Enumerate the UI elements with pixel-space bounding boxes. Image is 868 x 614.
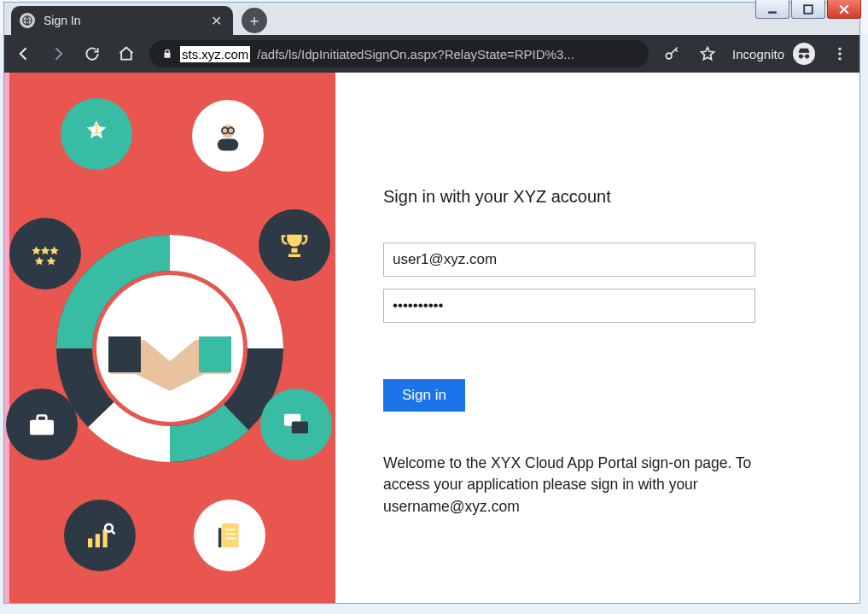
svg-rect-27 xyxy=(218,528,222,547)
svg-rect-0 xyxy=(768,11,777,13)
signin-button[interactable]: Sign in xyxy=(383,379,465,412)
home-button[interactable] xyxy=(115,43,137,65)
svg-point-5 xyxy=(838,52,841,55)
signin-heading: Sign in with your XYZ account xyxy=(383,187,812,207)
trophy-icon xyxy=(259,209,330,281)
handshake-ring-icon xyxy=(50,229,289,468)
browser-toolbar: sts.xyz.com /adfs/ls/IdpInitiatedSignOn.… xyxy=(4,35,859,73)
password-field[interactable] xyxy=(383,289,755,323)
analytics-icon xyxy=(64,500,136,571)
incognito-indicator: Incognito xyxy=(732,43,815,65)
url-host: sts.xyz.com xyxy=(180,46,250,62)
welcome-line-1: Welcome to the XYX Cloud App Portal sign… xyxy=(383,454,731,471)
signin-panel: Sign in with your XYZ account Sign in We… xyxy=(335,73,859,603)
svg-rect-17 xyxy=(292,422,308,434)
incognito-icon xyxy=(793,43,815,65)
svg-text:1: 1 xyxy=(93,122,101,137)
document-icon xyxy=(194,500,265,571)
tab-strip: Sign In ✕ ＋ xyxy=(4,3,859,35)
svg-rect-19 xyxy=(96,534,100,547)
svg-point-3 xyxy=(666,53,672,59)
medal-icon: 1 xyxy=(61,98,132,170)
key-icon[interactable] xyxy=(661,43,683,65)
star-icon[interactable] xyxy=(696,43,719,65)
svg-rect-1 xyxy=(804,5,813,14)
branding-illustration: 1 xyxy=(4,73,335,603)
menu-button[interactable] xyxy=(829,43,851,65)
browser-window: Sign In ✕ ＋ sts.xyz.com /adfs/ls/IdpInit… xyxy=(3,2,860,604)
svg-rect-15 xyxy=(38,416,47,422)
welcome-text: Welcome to the XYX Cloud App Portal sign… xyxy=(383,453,776,518)
svg-line-22 xyxy=(111,530,114,534)
tab-title: Sign In xyxy=(44,14,81,27)
page-content: 1 Sign in xyxy=(4,73,859,603)
briefcase-icon xyxy=(6,389,78,460)
svg-point-6 xyxy=(838,57,841,60)
forward-button[interactable] xyxy=(47,43,69,65)
back-button[interactable] xyxy=(13,43,35,65)
window-close-button[interactable] xyxy=(827,0,861,19)
new-tab-button[interactable]: ＋ xyxy=(242,8,267,33)
globe-icon xyxy=(20,13,35,28)
username-field[interactable] xyxy=(383,243,755,277)
incognito-label: Incognito xyxy=(732,47,784,61)
window-controls xyxy=(755,0,861,19)
svg-rect-23 xyxy=(222,523,238,547)
url-path: /adfs/ls/IdpInitiatedSignOn.aspx?RelaySt… xyxy=(257,47,574,61)
tab-active[interactable]: Sign In ✕ xyxy=(11,6,233,35)
svg-rect-18 xyxy=(88,539,92,548)
chat-icon xyxy=(260,389,332,460)
svg-point-4 xyxy=(838,48,841,50)
tab-close-button[interactable]: ✕ xyxy=(207,12,224,29)
lock-icon xyxy=(161,48,173,60)
svg-rect-11 xyxy=(218,139,239,151)
reload-button[interactable] xyxy=(81,43,103,65)
window-maximize-button[interactable] xyxy=(791,0,825,19)
stars-icon xyxy=(9,218,81,289)
address-bar[interactable]: sts.xyz.com /adfs/ls/IdpInitiatedSignOn.… xyxy=(149,40,649,67)
avatar-icon xyxy=(192,100,264,172)
window-minimize-button[interactable] xyxy=(755,0,789,19)
